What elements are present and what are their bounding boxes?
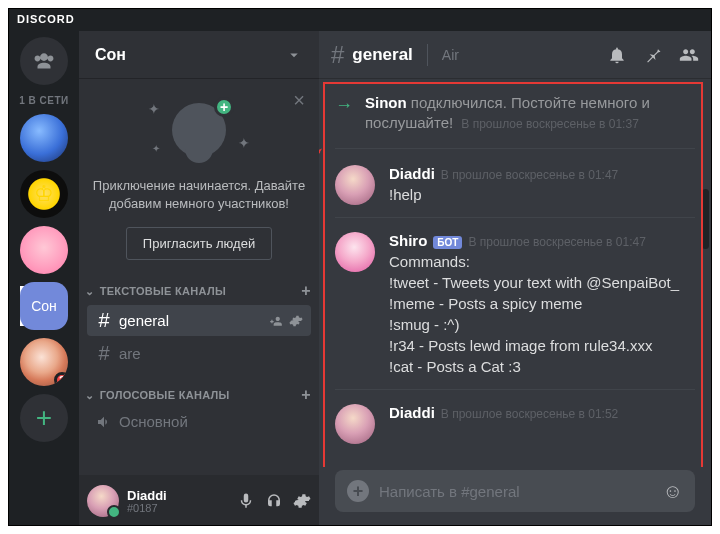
author-avatar[interactable] xyxy=(335,165,375,205)
category-label: ТЕКСТОВЫЕ КАНАЛЫ xyxy=(100,285,226,297)
channel-name: Основной xyxy=(119,413,188,430)
hash-icon: # xyxy=(95,342,113,365)
message: ShiroБОТВ прошлое воскресенье в 01:47Com… xyxy=(335,224,695,390)
close-icon[interactable]: × xyxy=(293,89,305,112)
message-input[interactable]: + Написать в #general ☺ xyxy=(335,470,695,512)
category-text-channels[interactable]: ⌄ ТЕКСТОВЫЕ КАНАЛЫ + xyxy=(79,276,319,304)
app-titlebar: DISCORD xyxy=(9,9,711,31)
message-body: Commands: !tweet - Tweets your text with… xyxy=(389,251,695,377)
server-name: Сон xyxy=(95,46,126,64)
guild-icon-selected[interactable]: Сон xyxy=(20,282,68,330)
scrollbar-thumb[interactable] xyxy=(702,189,709,249)
hash-icon: # xyxy=(331,41,344,69)
add-server-button[interactable]: + xyxy=(20,394,68,442)
message-list: → Sinon подключился. Постойте немного и … xyxy=(319,79,711,467)
guild-icon[interactable]: 2 xyxy=(20,338,68,386)
user-panel: Diaddi #0187 xyxy=(79,475,319,526)
self-discriminator: #0187 xyxy=(127,502,167,514)
self-avatar[interactable] xyxy=(87,485,119,517)
join-arrow-icon: → xyxy=(335,95,353,116)
invite-card: × ✦ ✦ ✦ + Приключение начинается. Давайт… xyxy=(79,79,319,276)
members-icon[interactable] xyxy=(679,45,699,65)
deafen-icon[interactable] xyxy=(265,492,283,510)
chevron-down-icon xyxy=(285,46,303,64)
attach-button[interactable]: + xyxy=(347,480,369,502)
chat-channel-name: general xyxy=(352,45,412,65)
system-username: Sinon xyxy=(365,94,407,111)
voice-channel[interactable]: Основной xyxy=(87,409,311,434)
author-avatar[interactable] xyxy=(335,232,375,272)
plus-icon: + xyxy=(214,97,234,117)
author-avatar[interactable] xyxy=(335,404,375,444)
timestamp: В прошлое воскресенье в 01:47 xyxy=(441,168,618,182)
category-voice-channels[interactable]: ⌄ ГОЛОСОВЫЕ КАНАЛЫ + xyxy=(79,380,319,408)
timestamp: В прошлое воскресенье в 01:37 xyxy=(461,117,638,131)
channel-are[interactable]: # are xyxy=(87,338,311,369)
chevron-down-icon: ⌄ xyxy=(85,389,94,401)
friends-button[interactable] xyxy=(20,37,68,85)
invite-text: Приключение начинается. Давайте добавим … xyxy=(91,177,307,213)
chat-area: # general Air → S xyxy=(319,31,711,526)
timestamp: В прошлое воскресенье в 01:47 xyxy=(468,235,645,249)
message-body: !help xyxy=(389,184,695,205)
author-name[interactable]: Shiro xyxy=(389,232,427,249)
pin-icon[interactable] xyxy=(643,45,663,65)
message: DiaddiВ прошлое воскресенье в 01:47!help xyxy=(335,157,695,218)
guild-icon[interactable] xyxy=(20,170,68,218)
gear-icon[interactable] xyxy=(289,314,303,328)
guild-icon[interactable] xyxy=(20,114,68,162)
message: DiaddiВ прошлое воскресенье в 01:52 xyxy=(335,396,695,444)
bot-badge: БОТ xyxy=(433,236,462,249)
add-channel-button[interactable]: + xyxy=(301,386,311,404)
speaker-icon xyxy=(95,414,113,430)
timestamp: В прошлое воскресенье в 01:52 xyxy=(441,407,618,421)
gear-icon[interactable] xyxy=(293,492,311,510)
mention-badge: 2 xyxy=(54,372,68,386)
invite-icon[interactable] xyxy=(269,314,283,328)
input-placeholder: Написать в #general xyxy=(379,483,653,500)
author-name[interactable]: Diaddi xyxy=(389,165,435,182)
mute-icon[interactable] xyxy=(237,492,255,510)
author-name[interactable]: Diaddi xyxy=(389,404,435,421)
bell-icon[interactable] xyxy=(607,45,627,65)
channel-sidebar: Сон × ✦ ✦ ✦ + Приключение начинается. Да… xyxy=(79,31,319,526)
online-count-label: 1 В СЕТИ xyxy=(19,95,69,106)
add-channel-button[interactable]: + xyxy=(301,282,311,300)
guild-rail: 1 В СЕТИ Сон 2 + xyxy=(9,31,79,526)
guild-icon[interactable] xyxy=(20,226,68,274)
chat-topic: Air xyxy=(442,47,459,63)
divider xyxy=(427,44,428,66)
invite-illustration: ✦ ✦ ✦ + xyxy=(91,95,307,165)
emoji-button[interactable]: ☺ xyxy=(663,480,683,503)
server-header[interactable]: Сон xyxy=(79,31,319,79)
chat-input-area: + Написать в #general ☺ xyxy=(319,467,711,526)
channel-name: general xyxy=(119,312,169,329)
category-label: ГОЛОСОВЫЕ КАНАЛЫ xyxy=(100,389,230,401)
self-username: Diaddi xyxy=(127,489,167,502)
chevron-down-icon: ⌄ xyxy=(85,285,94,297)
invite-people-button[interactable]: Пригласить людей xyxy=(126,227,272,260)
chat-header: # general Air xyxy=(319,31,711,79)
hash-icon: # xyxy=(95,309,113,332)
system-message: → Sinon подключился. Постойте немного и … xyxy=(335,87,695,149)
channel-general[interactable]: # general xyxy=(87,305,311,336)
channel-name: are xyxy=(119,345,141,362)
